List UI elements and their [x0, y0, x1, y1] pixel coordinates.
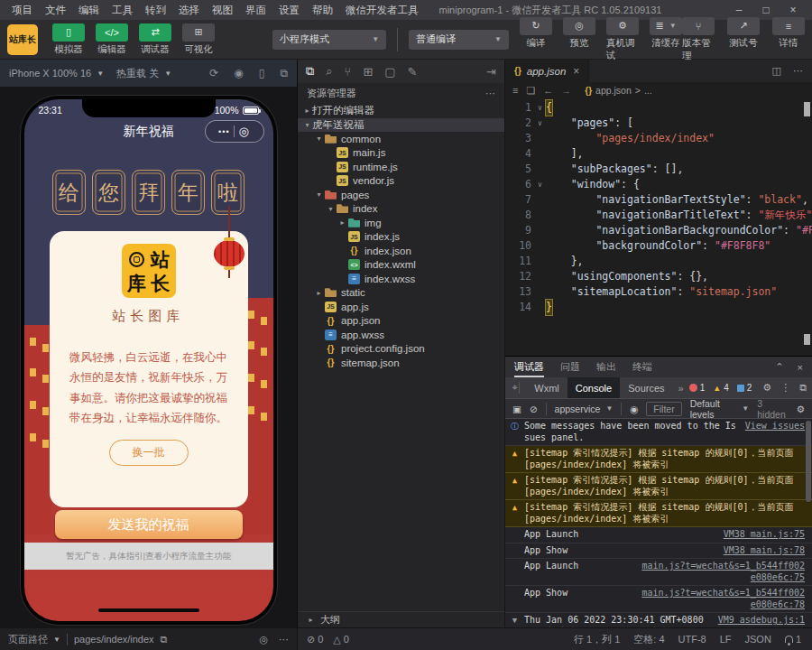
close-panel-icon[interactable]: ×	[798, 362, 803, 373]
source-link[interactable]: View issues	[745, 421, 805, 432]
levels-select[interactable]: Default levels ▼	[690, 398, 750, 420]
console-row[interactable]: ▲[sitemap 索引情况提示] 根据 sitemap 的规则[0]，当前页面…	[505, 500, 812, 527]
menu-item[interactable]: 转到	[139, 4, 172, 17]
extensions-icon[interactable]: ⊞	[363, 65, 373, 79]
devtools-tab-wxml[interactable]: Wxml	[526, 377, 567, 398]
more-icon[interactable]: ⋯	[279, 634, 289, 645]
settings-gear-icon[interactable]: ⚙	[762, 382, 771, 394]
eye-icon[interactable]: ◉	[630, 404, 638, 414]
cursor-position[interactable]: 行 1，列 1	[574, 633, 620, 646]
devtools-tab-sources[interactable]: Sources	[620, 377, 672, 398]
mode-select[interactable]: 小程序模式 ▼	[272, 30, 386, 50]
hot-reload-select[interactable]: 热重载 关 ▼	[116, 67, 171, 80]
device-select[interactable]: iPhone X 100% 16 ▼	[9, 68, 104, 79]
close-tab-icon[interactable]: ×	[573, 65, 579, 78]
menu-item[interactable]: 帮助	[306, 4, 339, 17]
context-select[interactable]: appservice ▼	[555, 404, 614, 414]
tree-item[interactable]: main.js	[298, 146, 504, 161]
problems-summary[interactable]: ⊘0 △0	[298, 634, 358, 645]
tree-item[interactable]: vendor.js	[298, 174, 504, 189]
tree-item[interactable]: index.js	[298, 230, 504, 245]
info-badge[interactable]: 2	[737, 383, 752, 393]
target-icon[interactable]: ◎	[259, 634, 268, 645]
back-icon[interactable]: ←	[543, 85, 553, 96]
record-icon[interactable]: ◉	[234, 67, 243, 79]
menu-item[interactable]: 视图	[206, 4, 239, 17]
eol-setting[interactable]: LF	[720, 634, 732, 645]
tree-item[interactable]: ▸static	[298, 286, 504, 301]
fold-icon[interactable]: ∨	[534, 100, 546, 116]
language-mode[interactable]: JSON	[745, 634, 771, 645]
forward-icon[interactable]: →	[561, 85, 571, 96]
refresh-greeting-button[interactable]: 换一批	[109, 440, 189, 466]
menu-item[interactable]: 界面	[239, 4, 272, 17]
device-icon[interactable]: ▯	[259, 67, 265, 79]
console-row[interactable]: App Showmain.js?t=wechat&s=1_b544ff002e0…	[505, 586, 812, 613]
notifications-bell[interactable]: 1	[785, 634, 801, 645]
devtools-tab-console[interactable]: Console	[567, 377, 620, 398]
tree-item[interactable]: index.wxml	[298, 258, 504, 273]
fold-icon[interactable]: ∨	[534, 116, 546, 131]
outline-section[interactable]: ▸ 大纲	[298, 611, 504, 627]
top-frame-icon[interactable]: ▣	[512, 404, 521, 414]
indent-setting[interactable]: 空格: 4	[633, 633, 664, 646]
真机调试-button[interactable]: ⚙真机调试	[606, 17, 639, 62]
console-row[interactable]: ▲[sitemap 索引情况提示] 根据 sitemap 的规则[0]，当前页面…	[505, 473, 812, 500]
kebab-menu-icon[interactable]: ⋮	[780, 382, 790, 394]
warning-badge[interactable]: ▲4	[713, 383, 728, 393]
multi-window-icon[interactable]: ⧉	[280, 67, 288, 79]
模拟器-button[interactable]: ▯模拟器	[52, 23, 85, 56]
refresh-icon[interactable]: ⟳	[209, 67, 218, 79]
tree-item[interactable]: ▸img	[298, 216, 504, 230]
debugger-tab-终端[interactable]: 终端	[632, 357, 652, 377]
source-link[interactable]: main.js?t=wechat&s=1_b544ff002e080e6c:78	[640, 588, 805, 610]
console-row[interactable]: ▲[sitemap 索引情况提示] 根据 sitemap 的规则[0]，当前页面…	[505, 446, 812, 473]
debugger-tab-调试器[interactable]: 调试器	[514, 357, 544, 377]
menu-item[interactable]: 选择	[172, 4, 206, 17]
theme-icon[interactable]: ✎	[408, 65, 418, 79]
more-tabs-icon[interactable]: »	[673, 383, 689, 394]
collapse-panel-icon[interactable]: ⌃	[775, 361, 783, 373]
console-log[interactable]: ⓘSome messages have been moved to the Is…	[505, 419, 812, 627]
source-link[interactable]: main.js?t=wechat&s=1_b544ff002e080e6c:75	[640, 561, 805, 583]
编辑器-button[interactable]: </>编辑器	[96, 23, 128, 56]
page-path-select[interactable]: 页面路径 ▼	[8, 633, 60, 646]
maximize-icon[interactable]: □	[752, 4, 780, 16]
tree-item[interactable]: project.config.json	[298, 342, 504, 357]
expand-arrow-icon[interactable]: ▼	[510, 615, 520, 627]
console-row[interactable]: App Launchmain.js?t=wechat&s=1_b544ff002…	[505, 559, 812, 586]
filter-input[interactable]: Filter	[646, 402, 681, 416]
tree-item[interactable]: ▾index	[298, 202, 504, 217]
preview-icon[interactable]: ▢	[384, 65, 395, 79]
tree-item[interactable]: app.json	[298, 314, 504, 329]
files-icon[interactable]: ⧉	[306, 64, 314, 79]
编译-button[interactable]: ↻编译	[520, 17, 552, 62]
menu-item[interactable]: 项目	[5, 4, 39, 17]
source-control-icon[interactable]: ⑂	[345, 65, 352, 79]
tree-item[interactable]: app.wxss	[298, 328, 504, 342]
menu-item[interactable]: 微信开发者工具	[339, 4, 425, 17]
console-row[interactable]: App ShowVM38 main.js:78	[505, 543, 812, 560]
encoding-setting[interactable]: UTF-8	[678, 634, 706, 645]
miniapp-capsule[interactable]: ••• ◎	[205, 120, 264, 143]
tree-item[interactable]: app.js	[298, 300, 504, 314]
clear-console-icon[interactable]: ⊘	[530, 404, 538, 414]
清缓存-button[interactable]: ≣▼清缓存	[650, 17, 682, 62]
console-row[interactable]: App LaunchVM38 main.js:75	[505, 527, 812, 543]
error-badge[interactable]: 1	[689, 383, 706, 393]
code-area[interactable]: 1∨{2∨ "pages": [3 "pages/index/index"4 ]…	[505, 98, 812, 356]
可视化-button[interactable]: ⊞可视化	[182, 23, 215, 56]
调试器-button[interactable]: ⇄调试器	[139, 23, 171, 56]
tab-app-json[interactable]: {} app.json ×	[505, 60, 589, 82]
source-link[interactable]: VM38 main.js:78	[724, 545, 805, 557]
bookmark-icon[interactable]: ❏	[526, 85, 535, 97]
tree-item[interactable]: ▾虎年送祝福	[298, 118, 504, 133]
inspect-element-icon[interactable]: ⌖	[511, 382, 520, 394]
menu-item[interactable]: 文件	[39, 4, 72, 17]
tree-item[interactable]: index.wxss	[298, 272, 504, 286]
popout-icon[interactable]: ⧉	[799, 382, 807, 394]
debugger-tab-输出[interactable]: 输出	[596, 357, 616, 377]
console-row[interactable]: ▼Thu Jan 06 2022 23:30:41 GMT+0800 (中国标准…	[505, 613, 812, 627]
console-settings-icon[interactable]: ⚙	[797, 404, 805, 414]
more-actions-icon[interactable]: ⋯	[485, 88, 495, 99]
